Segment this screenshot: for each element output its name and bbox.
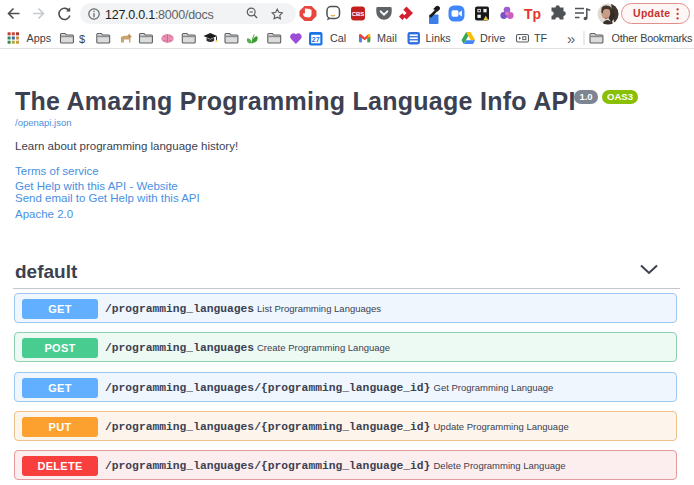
svg-text:27: 27	[312, 36, 320, 43]
svg-text:$: $	[79, 33, 85, 45]
svg-text:»: »	[567, 30, 575, 47]
svg-text:CBS: CBS	[352, 11, 365, 17]
svg-text:Tp: Tp	[524, 6, 541, 22]
